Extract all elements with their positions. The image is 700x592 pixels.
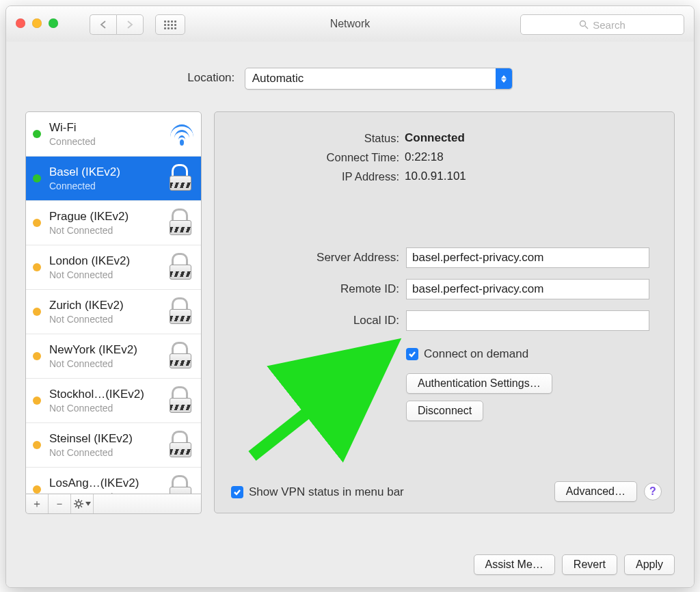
network-prefpane-window: Network Search Location: Automatic [5,5,695,588]
remote-id-label: Remote ID: [215,282,399,296]
prefpane-body: Location: Automatic Wi-FiConnectedBasel … [6,42,694,587]
sidebar-item[interactable]: Wi-FiConnected [26,112,201,157]
sidebar-item-title: Wi-Fi [49,121,170,135]
ip-address-label: IP Address: [215,170,399,183]
popup-arrows-icon [496,68,512,89]
status-dot [33,485,41,494]
sidebar-item-subtitle: Not Connected [49,269,170,280]
status-block: Status: Connected Connect Time: 0:22:18 … [215,129,647,186]
connect-time-label: Connect Time: [215,151,399,164]
sidebar-item-title: London (IKEv2) [49,254,170,268]
sidebar-item-subtitle: Not Connected [49,403,170,414]
sidebar-item-title: LosAng…(IKEv2) [49,476,170,490]
status-dot [33,352,41,360]
status-dot [33,219,41,227]
connect-on-demand-label: Connect on demand [424,347,528,361]
lock-icon [170,388,194,413]
help-button[interactable]: ? [644,483,662,500]
sidebar-tools: ＋ － [25,494,202,514]
status-dot [33,396,41,405]
bottom-buttons: Assist Me… Revert Apply [474,554,675,575]
service-detail-panel: Status: Connected Connect Time: 0:22:18 … [214,111,675,513]
wifi-icon [170,122,194,146]
location-value: Automatic [245,72,496,85]
lock-icon [170,344,194,368]
local-id-field[interactable] [406,310,649,331]
sidebar-item[interactable]: London (IKEv2)Not Connected [26,245,201,290]
services-sidebar: Wi-FiConnectedBasel (IKEv2)ConnectedPrag… [25,111,202,494]
remote-id-field[interactable] [406,279,649,299]
sidebar-item-title: NewYork (IKEv2) [49,343,170,357]
sidebar-item-text: NewYork (IKEv2)Not Connected [49,343,170,369]
local-id-label: Local ID: [215,314,399,327]
connect-time-value: 0:22:18 [405,150,444,164]
titlebar: Network Search [6,6,694,42]
lock-icon [170,299,194,324]
svg-point-2 [77,502,81,506]
lock-icon [170,477,194,494]
check-icon [233,488,241,496]
chevron-down-icon [85,502,91,506]
lock-icon [170,211,194,235]
sidebar-item-text: Stockhol…(IKEv2)Not Connected [49,388,170,414]
connect-on-demand-checkbox[interactable] [406,348,418,360]
location-popup[interactable]: Automatic [245,68,513,90]
server-address-field[interactable] [406,247,649,268]
sidebar-item-text: London (IKEv2)Not Connected [49,254,170,280]
services-sidebar-container: Wi-FiConnectedBasel (IKEv2)ConnectedPrag… [25,111,202,514]
svg-line-10 [75,506,77,507]
status-label: Status: [215,132,399,145]
sidebar-item-subtitle: Connected [49,180,170,191]
disconnect-button[interactable]: Disconnect [406,401,483,421]
svg-line-7 [75,500,77,502]
sidebar-item[interactable]: Basel (IKEv2)Connected [26,157,201,201]
status-dot [33,308,41,316]
sidebar-item-title: Zurich (IKEv2) [49,299,170,312]
show-vpn-status-checkbox[interactable] [231,486,243,498]
remove-service-button[interactable]: － [49,494,71,513]
lock-icon [170,433,194,457]
ip-address-value: 10.0.91.101 [405,170,466,183]
lock-icon [170,255,194,280]
sidebar-item[interactable]: Prague (IKEv2)Not Connected [26,201,201,245]
advanced-button[interactable]: Advanced… [554,481,637,502]
sidebar-item-text: Basel (IKEv2)Connected [49,165,170,191]
sidebar-item-title: Prague (IKEv2) [49,210,170,224]
sidebar-item-title: Basel (IKEv2) [49,165,170,179]
sidebar-item-subtitle: Not Connected [49,447,170,458]
location-row: Location: Automatic [6,42,694,111]
revert-button[interactable]: Revert [562,554,617,575]
sidebar-item[interactable]: Stockhol…(IKEv2)Not Connected [26,379,201,423]
apply-button[interactable]: Apply [624,554,675,575]
sidebar-item-text: Zurich (IKEv2)Not Connected [49,299,170,325]
search-input[interactable]: Search [520,14,684,35]
sidebar-item-text: Wi-FiConnected [49,121,170,147]
sidebar-item[interactable]: LosAng…(IKEv2)Not Connected [26,468,201,494]
service-actions-button[interactable] [71,494,94,513]
vpn-form-block: Server Address: Remote ID: Local ID: [215,242,649,421]
add-service-button[interactable]: ＋ [26,494,49,513]
auth-settings-button[interactable]: Authentication Settings… [406,373,552,394]
status-dot [33,130,41,138]
sidebar-item-subtitle: Connected [49,136,170,147]
sidebar-item[interactable]: Zurich (IKEv2)Not Connected [26,290,201,334]
svg-line-9 [81,500,82,502]
status-dot [33,441,41,449]
assist-me-button[interactable]: Assist Me… [474,554,555,575]
sidebar-item-subtitle: Not Connected [49,358,170,369]
svg-line-8 [81,506,82,507]
sidebar-item[interactable]: Steinsel (IKEv2)Not Connected [26,423,201,468]
sidebar-item-text: Prague (IKEv2)Not Connected [49,210,170,236]
status-value: Connected [405,131,465,145]
sidebar-item[interactable]: NewYork (IKEv2)Not Connected [26,334,201,379]
svg-line-1 [585,26,588,29]
gear-icon [74,499,83,509]
sidebar-item-title: Steinsel (IKEv2) [49,432,170,446]
status-dot [33,174,41,183]
location-label: Location: [187,71,234,84]
search-icon [579,20,589,29]
sidebar-item-text: LosAng…(IKEv2)Not Connected [49,476,170,494]
sidebar-item-subtitle: Not Connected [49,225,170,236]
status-dot [33,263,41,271]
sidebar-item-subtitle: Not Connected [49,314,170,325]
